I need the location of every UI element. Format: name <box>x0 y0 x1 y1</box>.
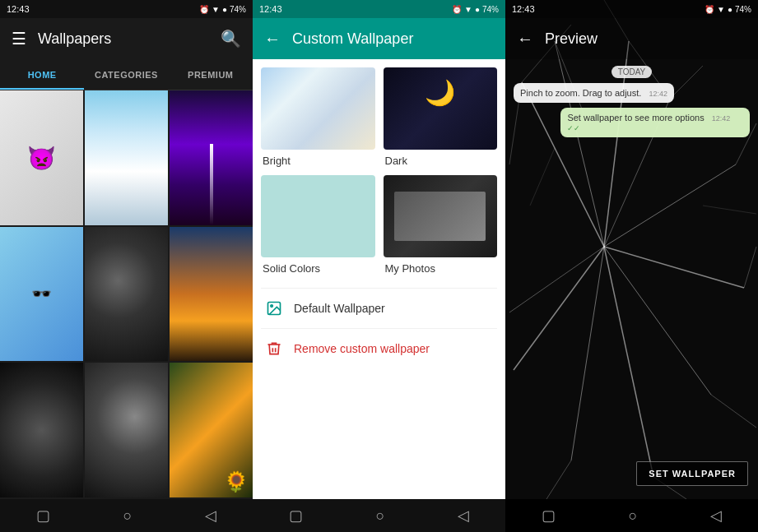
option-dark[interactable]: Dark <box>384 67 498 167</box>
back-button-3[interactable]: ← <box>514 26 537 52</box>
bubble-received-time: 12:42 <box>649 90 667 98</box>
nav-bar-2: ▢ ○ ◁ <box>253 499 505 532</box>
remove-wallpaper-icon <box>264 339 284 359</box>
wallpaper-options: Bright Dark Solid Colors M <box>253 59 505 499</box>
svg-point-1 <box>271 305 273 308</box>
set-wallpaper-button[interactable]: SET WALLPAPER <box>636 461 748 486</box>
nav-bar-1: ▢ ○ ◁ <box>0 499 253 532</box>
alarm-icon-2: ⏰ <box>452 5 462 14</box>
bright-label: Bright <box>261 155 375 167</box>
option-solid[interactable]: Solid Colors <box>261 175 375 275</box>
dark-preview <box>384 67 498 150</box>
tab-premium[interactable]: PREMIUM <box>169 59 253 90</box>
app-bar-1: ☰ Wallpapers 🔍 <box>0 18 253 59</box>
wallpaper-grid <box>0 90 253 499</box>
remove-wallpaper-label: Remove custom wallpaper <box>294 342 430 355</box>
status-icons-1: ⏰ ▼ ● 74% <box>199 5 246 14</box>
bubble-sent-time: 12:42 <box>712 114 731 123</box>
status-bar-3: 12:43 ⏰ ▼ ● 74% <box>505 0 758 18</box>
recent-apps-icon-3[interactable]: ▢ <box>542 507 556 525</box>
solid-label: Solid Colors <box>261 262 375 275</box>
myphotos-preview <box>384 175 498 257</box>
remove-wallpaper-item[interactable]: Remove custom wallpaper <box>261 328 497 368</box>
nav-bar-3: ▢ ○ ◁ <box>505 499 758 532</box>
search-button[interactable]: 🔍 <box>217 25 244 52</box>
back-nav-icon-3[interactable]: ◁ <box>710 507 722 525</box>
home-nav-icon[interactable]: ○ <box>123 507 133 525</box>
solid-thumb <box>261 175 375 257</box>
read-receipts-icon: ✓✓ <box>567 124 580 132</box>
wifi-icon-2: ● <box>475 5 480 14</box>
option-bright[interactable]: Bright <box>261 67 375 167</box>
battery-icon: 74% <box>230 5 246 14</box>
back-button-2[interactable]: ← <box>261 26 284 52</box>
home-nav-icon-3[interactable]: ○ <box>629 507 638 525</box>
bright-preview <box>261 67 375 150</box>
chat-bubbles: TODAY Pinch to zoom. Drag to adjust. 12:… <box>514 66 750 137</box>
battery-icon-2: 74% <box>482 5 499 14</box>
default-wallpaper-icon <box>264 298 284 318</box>
alarm-icon-3: ⏰ <box>705 5 714 14</box>
options-grid: Bright Dark Solid Colors M <box>261 67 497 275</box>
recent-apps-icon-2[interactable]: ▢ <box>289 507 303 525</box>
home-nav-icon-2[interactable]: ○ <box>376 507 385 525</box>
menu-button[interactable]: ☰ <box>8 25 30 52</box>
default-wallpaper-item[interactable]: Default Wallpaper <box>261 288 497 328</box>
wallpaper-item[interactable] <box>170 90 253 225</box>
status-icons-2: ⏰ ▼ ● 74% <box>452 5 499 14</box>
wallpaper-item[interactable] <box>0 90 83 225</box>
wallpaper-item[interactable] <box>170 227 253 362</box>
alarm-icon: ⏰ <box>199 5 209 14</box>
date-badge: TODAY <box>612 66 653 78</box>
back-nav-icon-2[interactable]: ◁ <box>458 507 469 525</box>
dark-thumb <box>384 67 498 150</box>
wallpaper-item[interactable] <box>85 90 168 225</box>
battery-icon-3: 74% <box>735 5 751 14</box>
signal-icon-2: ▼ <box>464 5 472 14</box>
status-bar-1: 12:43 ⏰ ▼ ● 74% <box>0 0 253 18</box>
myphotos-thumb <box>384 175 498 257</box>
tab-categories[interactable]: CATEGORIES <box>84 59 168 90</box>
recent-apps-icon[interactable]: ▢ <box>36 507 50 525</box>
bubble-sent: Set wallpaper to see more options 12:42 … <box>560 108 750 137</box>
back-nav-icon[interactable]: ◁ <box>205 507 216 525</box>
status-bar-2: 12:43 ⏰ ▼ ● 74% <box>253 0 505 18</box>
wifi-icon-3: ● <box>728 5 732 14</box>
myphotos-label: My Photos <box>384 262 498 275</box>
default-wallpaper-label: Default Wallpaper <box>294 302 385 315</box>
preview-panel: 12:43 ⏰ ▼ ● 74% ← Preview TODAY Pinch to… <box>505 0 758 532</box>
app-bar-2: ← Custom Wallpaper <box>253 18 505 59</box>
custom-wallpaper-panel: 12:43 ⏰ ▼ ● 74% ← Custom Wallpaper Brigh… <box>253 0 505 532</box>
tab-home[interactable]: HOME <box>0 59 84 90</box>
signal-icon: ▼ <box>212 5 220 14</box>
wallpaper-item[interactable] <box>0 227 83 362</box>
bubble-received: Pinch to zoom. Drag to adjust. 12:42 <box>514 83 674 103</box>
time-1: 12:43 <box>7 4 30 14</box>
app-bar-3: ← Preview <box>505 18 758 59</box>
app-title-3: Preview <box>545 30 750 48</box>
time-2: 12:43 <box>259 4 282 14</box>
option-myphotos[interactable]: My Photos <box>384 175 498 275</box>
time-3: 12:43 <box>512 4 535 14</box>
wallpaper-item[interactable] <box>85 227 168 362</box>
bright-thumb <box>261 67 375 150</box>
wallpaper-item[interactable] <box>0 363 83 497</box>
signal-icon-3: ▼ <box>717 5 725 14</box>
wifi-icon: ● <box>222 5 227 14</box>
status-icons-3: ⏰ ▼ ● 74% <box>705 5 751 14</box>
solid-preview <box>261 175 375 257</box>
wallpapers-panel: 12:43 ⏰ ▼ ● 74% ☰ Wallpapers 🔍 HOME CATE… <box>0 0 253 532</box>
app-title-2: Custom Wallpaper <box>292 30 497 48</box>
wallpaper-item[interactable] <box>85 363 168 497</box>
tabs-bar: HOME CATEGORIES PREMIUM <box>0 59 253 90</box>
dark-label: Dark <box>384 155 498 167</box>
app-title-1: Wallpapers <box>38 30 209 48</box>
wallpaper-item[interactable] <box>170 363 253 497</box>
